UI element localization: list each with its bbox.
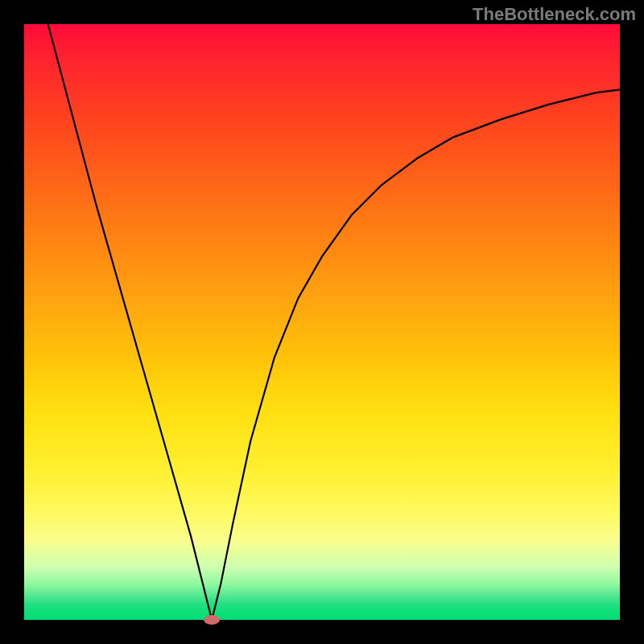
chart-container: TheBottleneck.com <box>0 0 644 644</box>
watermark: TheBottleneck.com <box>473 4 636 25</box>
plot-area <box>24 24 620 620</box>
bottleneck-curve <box>48 24 620 620</box>
minimum-marker <box>204 615 220 625</box>
curve-svg <box>24 24 620 620</box>
